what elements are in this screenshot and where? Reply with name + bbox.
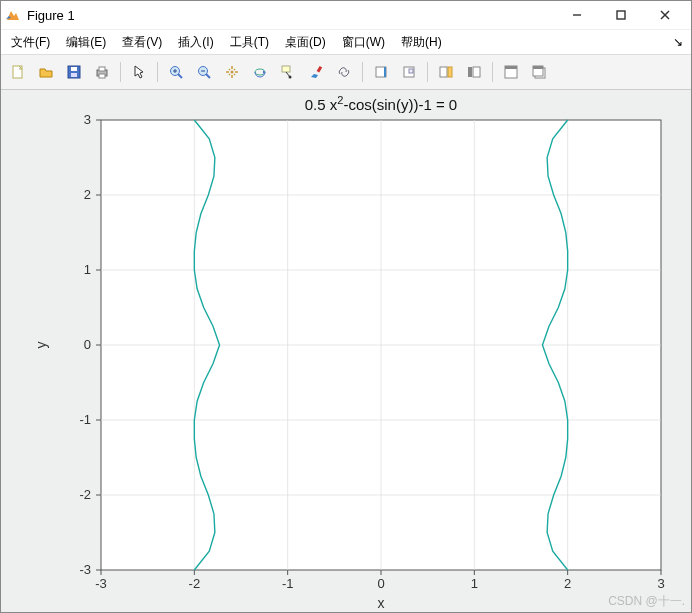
- svg-point-23: [289, 76, 292, 79]
- ytick-label: 0: [84, 337, 91, 352]
- chart-title: 0.5 x2-cos(sin(y))-1 = 0: [305, 94, 457, 113]
- xtick-label: 0: [377, 576, 384, 591]
- svg-rect-24: [317, 66, 323, 73]
- ytick-label: 2: [84, 187, 91, 202]
- rotate-3d-button[interactable]: [247, 59, 273, 85]
- window-title: Figure 1: [27, 8, 75, 23]
- svg-rect-29: [440, 67, 447, 77]
- insert-legend-button[interactable]: [396, 59, 422, 85]
- close-button[interactable]: [643, 1, 687, 29]
- toolbar-separator: [157, 62, 158, 82]
- dock-button[interactable]: [498, 59, 524, 85]
- link-button[interactable]: [331, 59, 357, 85]
- zoom-out-button[interactable]: [191, 59, 217, 85]
- minimize-button[interactable]: [555, 1, 599, 29]
- toolbar-separator: [427, 62, 428, 82]
- ytick-label: -1: [79, 412, 91, 427]
- svg-rect-32: [473, 67, 480, 77]
- menu-edit[interactable]: 编辑(E): [62, 32, 110, 53]
- menu-view[interactable]: 查看(V): [118, 32, 166, 53]
- svg-rect-7: [71, 73, 77, 77]
- svg-rect-9: [99, 67, 105, 71]
- xtick-label: 1: [471, 576, 478, 591]
- ytick-label: 3: [84, 112, 91, 127]
- svg-rect-30: [448, 67, 452, 77]
- undock-button[interactable]: [526, 59, 552, 85]
- zoom-in-button[interactable]: [163, 59, 189, 85]
- titlebar: Figure 1: [1, 1, 691, 30]
- menu-expand-icon[interactable]: ↘: [671, 35, 685, 49]
- xtick-label: -3: [95, 576, 107, 591]
- toolbar-separator: [362, 62, 363, 82]
- xtick-label: 3: [657, 576, 664, 591]
- insert-colorbar-button[interactable]: [368, 59, 394, 85]
- svg-rect-28: [409, 69, 413, 73]
- svg-rect-37: [533, 66, 543, 69]
- save-button[interactable]: [61, 59, 87, 85]
- xtick-label: -1: [282, 576, 294, 591]
- svg-line-16: [206, 74, 210, 78]
- open-button[interactable]: [33, 59, 59, 85]
- axes[interactable]: -3-2-10123-3-2-10123xy0.5 x2-cos(sin(y))…: [1, 90, 691, 613]
- ytick-label: -3: [79, 562, 91, 577]
- maximize-button[interactable]: [599, 1, 643, 29]
- svg-rect-34: [505, 66, 517, 69]
- toolbar: [1, 55, 691, 90]
- hide-plot-tools-button[interactable]: [433, 59, 459, 85]
- svg-rect-21: [282, 66, 290, 72]
- xtick-label: -2: [189, 576, 201, 591]
- svg-rect-26: [384, 67, 386, 77]
- matlab-icon: [5, 7, 21, 23]
- xlabel: x: [378, 595, 385, 611]
- figure-window: Figure 1 文件(F) 编辑(E) 查看(V) 插入(I) 工具(T) 桌…: [0, 0, 692, 613]
- pointer-button[interactable]: [126, 59, 152, 85]
- data-cursor-button[interactable]: [275, 59, 301, 85]
- menu-insert[interactable]: 插入(I): [174, 32, 217, 53]
- watermark: CSDN @十一.: [608, 593, 685, 610]
- pan-button[interactable]: [219, 59, 245, 85]
- svg-rect-6: [71, 67, 77, 71]
- toolbar-separator: [120, 62, 121, 82]
- toolbar-separator: [492, 62, 493, 82]
- menu-desktop[interactable]: 桌面(D): [281, 32, 330, 53]
- ytick-label: -2: [79, 487, 91, 502]
- menubar: 文件(F) 编辑(E) 查看(V) 插入(I) 工具(T) 桌面(D) 窗口(W…: [1, 30, 691, 55]
- plot-area[interactable]: -3-2-10123-3-2-10123xy0.5 x2-cos(sin(y))…: [1, 90, 691, 612]
- menu-help[interactable]: 帮助(H): [397, 32, 446, 53]
- svg-point-18: [231, 71, 234, 74]
- ytick-label: 1: [84, 262, 91, 277]
- menu-tools[interactable]: 工具(T): [226, 32, 273, 53]
- show-plot-tools-button[interactable]: [461, 59, 487, 85]
- xtick-label: 2: [564, 576, 571, 591]
- svg-line-12: [178, 74, 182, 78]
- menu-window[interactable]: 窗口(W): [338, 32, 389, 53]
- svg-rect-31: [468, 67, 472, 77]
- brush-button[interactable]: [303, 59, 329, 85]
- svg-rect-10: [99, 74, 105, 78]
- new-figure-button[interactable]: [5, 59, 31, 85]
- ylabel: y: [33, 342, 49, 349]
- print-button[interactable]: [89, 59, 115, 85]
- svg-rect-1: [617, 11, 625, 19]
- menu-file[interactable]: 文件(F): [7, 32, 54, 53]
